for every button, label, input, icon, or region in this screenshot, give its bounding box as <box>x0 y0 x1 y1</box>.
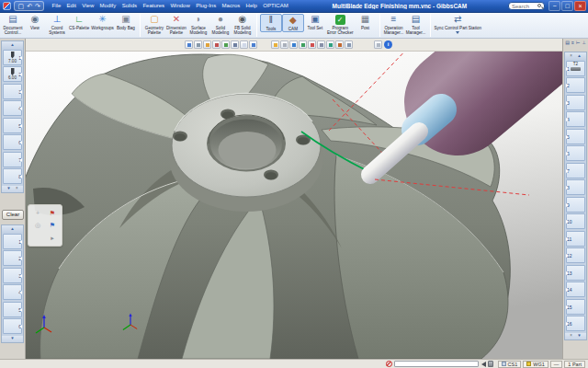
operation-slot[interactable]: 3 <box>3 268 22 283</box>
toolbar-document-control[interactable]: ▤ Document Control... <box>2 14 24 35</box>
mini-icon[interactable] <box>308 40 316 49</box>
process-slot[interactable]: 15 <box>566 299 585 315</box>
mini-icon[interactable] <box>271 40 279 49</box>
process-slot[interactable]: 4 <box>566 111 585 127</box>
minimize-button[interactable]: − <box>548 1 560 11</box>
process-slot[interactable]: 5 <box>566 129 585 144</box>
align-icon[interactable]: ⊢ <box>576 40 580 45</box>
menu-edit[interactable]: Edit <box>67 0 76 12</box>
menu-help[interactable]: Help <box>246 0 257 12</box>
trash-icon[interactable] <box>488 361 493 367</box>
toolbar-sync-control-part-station[interactable]: ⇄ Sync Control Part Station <box>434 14 483 34</box>
wg-indicator[interactable]: WG1 <box>523 361 548 368</box>
process-slot[interactable]: 14 <box>566 282 585 297</box>
list-icon[interactable]: ▤ <box>565 40 570 45</box>
mini-icon[interactable] <box>194 40 202 49</box>
fit-view-icon[interactable] <box>374 40 382 49</box>
operation-slot[interactable]: 6 <box>3 318 22 334</box>
tool-slot[interactable]: 7.00 1 <box>3 50 22 65</box>
mini-icon[interactable] <box>203 40 211 49</box>
dropdown-caret-icon[interactable] <box>456 31 459 34</box>
menu-file[interactable]: File <box>52 0 62 12</box>
mini-icon[interactable] <box>221 40 230 49</box>
menu-window[interactable]: Window <box>170 0 189 12</box>
toolbar-workgroups[interactable]: ✳ Workgroups <box>90 14 115 30</box>
process-slot[interactable]: 16 <box>566 316 585 331</box>
tool-slot[interactable]: 6 <box>3 134 22 150</box>
mini-icon[interactable] <box>345 40 353 49</box>
tool-slot[interactable]: 7 <box>3 152 22 167</box>
info-icon[interactable]: i <box>384 40 392 49</box>
mini-icon[interactable] <box>280 40 288 49</box>
viewport-3d[interactable] <box>26 52 562 359</box>
tool-slot[interactable]: 8 <box>3 168 22 184</box>
toolbar-cs-palette[interactable]: ∟ CS-Palette <box>68 14 90 30</box>
mini-icon[interactable] <box>212 40 220 49</box>
scroll-down-button[interactable]: ×▼ <box>565 333 586 339</box>
operation-slot[interactable]: 4 <box>3 284 22 300</box>
mini-icon[interactable] <box>185 40 193 49</box>
toolbar-cam[interactable]: ◆ CAM <box>282 14 304 32</box>
operation-slot[interactable]: 1 <box>3 234 22 249</box>
toolbar-tool-manager[interactable]: ▤ Tool Manager... <box>405 14 427 35</box>
redo-icon[interactable]: ↷ <box>35 2 40 10</box>
axis-icon[interactable]: ⊥ <box>582 40 586 45</box>
flag-blue-icon[interactable]: ⚑ <box>50 221 55 229</box>
process-slot[interactable]: 3 <box>566 95 585 110</box>
menu-icon[interactable]: ≡ <box>571 40 574 45</box>
tool-slot[interactable]: 6.00 2 <box>3 66 22 82</box>
toolbar-tools[interactable]: ‖ Tools <box>260 14 282 32</box>
scroll-up-button[interactable]: ▲ <box>2 41 23 48</box>
mini-icon[interactable] <box>299 40 307 49</box>
process-slot[interactable]: 7 <box>566 163 585 178</box>
more-icon[interactable]: ▸ <box>51 234 54 242</box>
mini-icon[interactable] <box>231 40 239 49</box>
probe-icon[interactable]: + <box>36 209 40 217</box>
toolbar-tool-set[interactable]: ▣ Tool Set <box>304 14 326 30</box>
scroll-down-button[interactable]: ▼× <box>2 186 23 192</box>
process-slot[interactable]: 13 <box>566 265 585 281</box>
menu-features[interactable]: Features <box>142 0 164 12</box>
operation-slot[interactable]: 2 <box>3 250 22 266</box>
menu-macros[interactable]: Macros <box>222 0 241 12</box>
undo-icon[interactable]: ↶ <box>27 2 32 10</box>
process-slot[interactable]: 8 <box>566 179 585 195</box>
mini-icon[interactable] <box>240 40 248 49</box>
toolbar-view[interactable]: ◉ View <box>24 14 46 30</box>
process-slot[interactable]: 11 <box>566 231 585 247</box>
restore-button[interactable]: □ <box>561 1 573 11</box>
toolbar-program-error-checker[interactable]: ✓ Program Error Checker <box>326 14 355 35</box>
app-logo-icon[interactable] <box>3 2 11 10</box>
rewind-icon[interactable] <box>481 362 486 367</box>
toolbar-coord-systems[interactable]: ⊥ Coord Systems <box>46 14 68 35</box>
new-document-icon[interactable]: ▢ <box>18 2 25 10</box>
scroll-up-button[interactable]: ×▲ <box>565 52 586 59</box>
search-icon[interactable] <box>537 4 541 7</box>
process-slot[interactable]: 10 <box>566 213 585 229</box>
toolbar-surface-modeling[interactable]: ◗ Surface Modeling <box>187 14 209 35</box>
mini-icon[interactable] <box>289 40 298 49</box>
toolbar-geometry-palette[interactable]: ▢ Geometry Palette <box>143 14 165 35</box>
toolbar-dimension-palette[interactable]: ✕ Dimension Palette <box>165 14 187 35</box>
toolbar-operation-manager[interactable]: ≡ Operation Manager... <box>383 14 405 35</box>
process-slot[interactable]: 2 <box>566 77 585 93</box>
menu-plugins[interactable]: Plug-Ins <box>196 0 216 12</box>
process-slot[interactable]: 6 <box>566 145 585 161</box>
tool-slot[interactable]: 4 <box>3 100 22 116</box>
menu-modify[interactable]: Modify <box>100 0 117 12</box>
mini-icon[interactable] <box>326 40 334 49</box>
menu-solids[interactable]: Solids <box>122 0 137 12</box>
close-button[interactable]: × <box>574 1 586 11</box>
clear-button[interactable]: Clear <box>2 210 24 220</box>
process-slot[interactable]: 9 <box>566 197 585 213</box>
process-slot[interactable]: 12 <box>566 247 585 263</box>
toolbar-post[interactable]: ▦ Post <box>355 14 377 30</box>
target-icon[interactable]: ◎ <box>35 221 40 229</box>
menu-opticam[interactable]: OPTICAM <box>263 0 288 12</box>
toolbar-fb-solid-modeling[interactable]: ◉ FB Solid Modeling <box>232 14 254 35</box>
operation-slot[interactable]: 5 <box>3 302 22 317</box>
mini-icon[interactable] <box>317 40 325 49</box>
mini-icon[interactable] <box>335 40 344 49</box>
tool-slot[interactable]: 3 <box>3 84 22 99</box>
toolbar-solid-modeling[interactable]: ● Solid Modeling <box>209 14 232 35</box>
